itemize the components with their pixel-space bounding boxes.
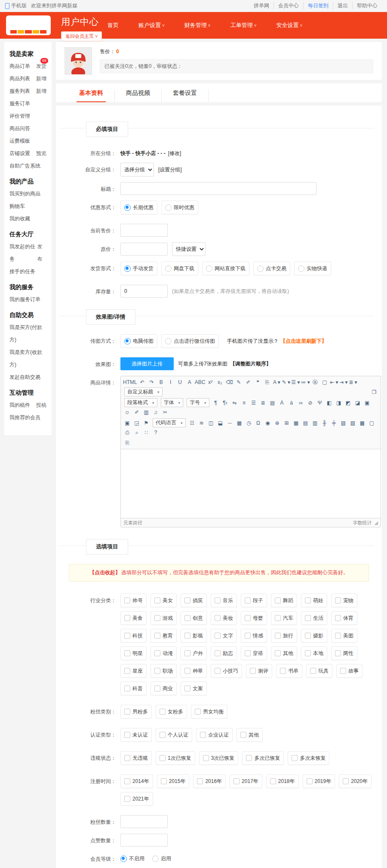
reg-year-checkbox-option[interactable]: 2020年 <box>339 774 372 788</box>
editor-tool-icon[interactable]: ⌫ <box>225 378 233 387</box>
editor-tool-icon[interactable]: ◧ <box>325 399 334 407</box>
editor-tool-icon[interactable]: ▧ <box>339 419 348 427</box>
resize-grip-icon[interactable]: ◢ <box>375 520 378 526</box>
industry-checkbox-option[interactable]: 文字 <box>211 629 237 643</box>
editor-tool-icon[interactable]: ⊘ <box>306 399 315 407</box>
editor-tool-icon[interactable]: I <box>166 378 175 387</box>
editor-tool-icon[interactable]: ╫ <box>320 419 329 427</box>
delivery-radio-option[interactable]: 网盘下载 <box>161 262 198 275</box>
sidebar-item[interactable]: 运费模板 <box>9 135 46 147</box>
delivery-radio-option[interactable]: 实物快递 <box>294 262 331 275</box>
title-input[interactable] <box>120 182 316 195</box>
industry-checkbox-option[interactable]: 体育 <box>331 611 357 625</box>
sidebar-item[interactable]: 我的稿件 投稿 <box>9 399 46 411</box>
editor-tool-icon[interactable]: ☰ <box>249 399 258 407</box>
industry-checkbox-option[interactable]: 美妆 <box>211 611 237 625</box>
editor-tool-icon[interactable]: ◩ <box>344 399 353 407</box>
sidebar-item[interactable]: 接手的任务 <box>9 265 46 278</box>
editor-tool-icon[interactable]: U <box>176 378 184 387</box>
font-family-select[interactable]: 字体▾ <box>161 398 184 407</box>
original-price-input[interactable] <box>120 243 168 256</box>
editor-tool-icon[interactable]: ↷ <box>147 378 156 387</box>
custom-title-select[interactable]: 自定义标题▾ <box>124 387 163 396</box>
editor-tool-icon[interactable]: ≋ <box>197 419 206 427</box>
editor-tool-icon[interactable]: ⊞ <box>283 419 291 427</box>
industry-checkbox-option[interactable]: 教育 <box>150 629 177 643</box>
editor-tool-icon[interactable]: ☺ <box>123 408 132 417</box>
mobile-version-link[interactable]: 手机版 <box>11 2 27 9</box>
upload-mode-radio-option[interactable]: 点击进行微信传图 <box>161 334 219 348</box>
editor-tool-icon[interactable]: Ω <box>254 419 263 427</box>
upload-image-button[interactable]: 选择图片上传 <box>120 357 174 370</box>
industry-checkbox-option[interactable]: 美女 <box>150 594 177 607</box>
industry-checkbox-option[interactable]: 动漫 <box>150 646 177 660</box>
discount-radio-option[interactable]: 长期优惠 <box>120 201 157 214</box>
editor-tool-icon[interactable]: ✎ <box>234 378 243 387</box>
sidebar-item-action[interactable]: 新增 <box>36 85 46 97</box>
editor-tool-icon[interactable]: ⚑ <box>142 419 150 427</box>
nav-item[interactable]: 首页 <box>108 21 119 29</box>
sidebar-item[interactable]: 商品问答 <box>9 122 46 135</box>
editor-content-area[interactable] <box>121 449 381 518</box>
editor-tool-icon[interactable]: x² <box>206 378 215 387</box>
sidebar-item[interactable]: 自助广告系统 <box>9 160 46 172</box>
editor-tool-icon[interactable]: Ψ <box>316 399 324 407</box>
sidebar-item[interactable]: 发起自助交易 <box>9 371 46 384</box>
editor-tool-icon[interactable]: ☷ <box>188 419 197 427</box>
industry-checkbox-option[interactable]: 宠物 <box>331 594 357 607</box>
editor-tool-icon[interactable]: ❝ <box>253 378 262 387</box>
industry-checkbox-option[interactable]: 旅行 <box>271 629 297 643</box>
sidebar-item[interactable]: 评价管理 <box>9 110 46 122</box>
tab[interactable]: 商品视频 <box>115 89 162 102</box>
editor-tool-icon[interactable]: ✎ ▾ <box>282 378 290 387</box>
editor-tool-icon[interactable]: ☰ ▾ <box>291 378 300 387</box>
delivery-radio-option[interactable]: 网站直接下载 <box>202 262 249 275</box>
industry-checkbox-option[interactable]: 小技巧 <box>211 664 242 678</box>
edit-group-link[interactable]: [修改] <box>168 146 181 157</box>
industry-checkbox-option[interactable]: 故事 <box>336 664 362 678</box>
member-level-radio-option[interactable]: 启用 <box>152 852 171 865</box>
editor-tool-icon[interactable]: ◨ <box>335 399 343 407</box>
violation-checkbox-option[interactable]: 1次已恢复 <box>156 751 195 765</box>
reg-year-checkbox-option[interactable]: 2017年 <box>230 774 262 788</box>
industry-checkbox-option[interactable]: 游戏 <box>150 611 177 625</box>
topbar-link[interactable]: 帮助中心 <box>352 2 382 9</box>
like-count-input[interactable] <box>120 834 168 847</box>
reg-year-checkbox-option[interactable]: 2015年 <box>157 774 190 788</box>
industry-checkbox-option[interactable]: 职场 <box>150 664 177 678</box>
industry-checkbox-option[interactable]: 明星 <box>120 646 147 660</box>
sidebar-item-action[interactable]: 投稿 <box>36 399 46 411</box>
tab[interactable]: 基本资料 <box>68 89 115 102</box>
editor-tool-icon[interactable]: ◲ <box>132 419 141 427</box>
sort-images-link[interactable]: 【调整图片顺序】 <box>230 360 271 368</box>
code-language-select[interactable]: 代码语言▾ <box>153 418 186 427</box>
industry-checkbox-option[interactable]: 汽车 <box>271 611 297 625</box>
industry-checkbox-option[interactable]: 玩具 <box>306 664 332 678</box>
current-price-input[interactable] <box>120 224 168 237</box>
sidebar-item[interactable]: 我是买方(付款方) <box>9 321 46 346</box>
sidebar-item[interactable]: 服务列表 新增 <box>9 85 46 97</box>
refresh-link[interactable]: 【点击这里刷新下】 <box>280 338 327 345</box>
editor-tool-icon[interactable]: ⎘ <box>123 439 132 447</box>
editor-tool-icon[interactable]: ABC <box>195 378 206 387</box>
editor-tool-icon[interactable]: ⊕ <box>273 419 282 427</box>
industry-checkbox-option[interactable]: 种草 <box>181 664 207 678</box>
quick-set-select[interactable]: 快捷设置 <box>172 242 206 256</box>
editor-tool-icon[interactable]: A ▾ <box>272 378 281 387</box>
nav-item[interactable]: 工单管理˅ <box>230 21 257 29</box>
industry-checkbox-option[interactable]: 萌娃 <box>301 594 327 607</box>
site-logo[interactable] <box>6 15 51 35</box>
topbar-link[interactable]: 会员中心 <box>273 2 303 9</box>
editor-tool-icon[interactable]: ⓐ <box>311 378 319 387</box>
industry-checkbox-option[interactable]: 情感 <box>241 629 267 643</box>
industry-checkbox-option[interactable]: 生活 <box>301 611 327 625</box>
editor-tool-icon[interactable]: Ȧ <box>278 399 286 407</box>
violation-checkbox-option[interactable]: 多次已恢复 <box>242 751 284 765</box>
industry-checkbox-option[interactable]: 摄影 <box>301 629 327 643</box>
industry-checkbox-option[interactable]: 舞蹈 <box>271 594 297 607</box>
editor-tool-icon[interactable]: ▨ <box>349 419 357 427</box>
editor-tool-icon[interactable]: B <box>157 378 166 387</box>
fans-type-checkbox-option[interactable]: 男粉多 <box>120 705 152 719</box>
editor-tool-icon[interactable]: ¶ <box>212 399 220 407</box>
custom-group-select[interactable]: 选择分组 <box>120 163 154 177</box>
